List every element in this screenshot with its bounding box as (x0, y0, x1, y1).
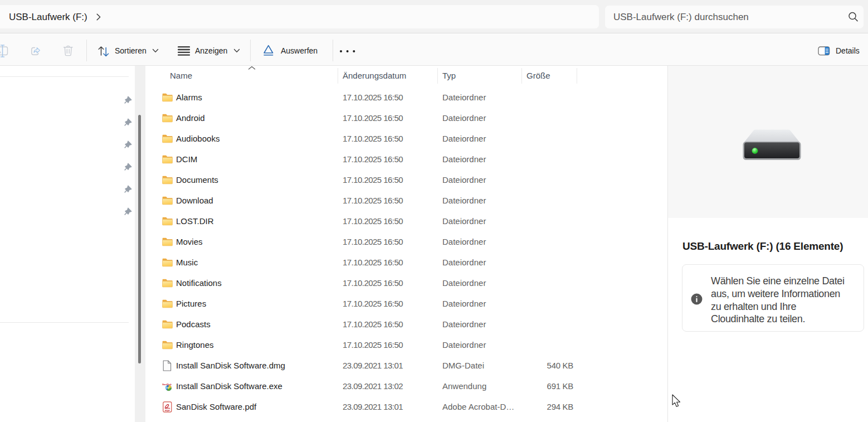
svg-text:SanDisk: SanDisk (162, 382, 172, 385)
svg-text:PDF: PDF (165, 409, 170, 412)
